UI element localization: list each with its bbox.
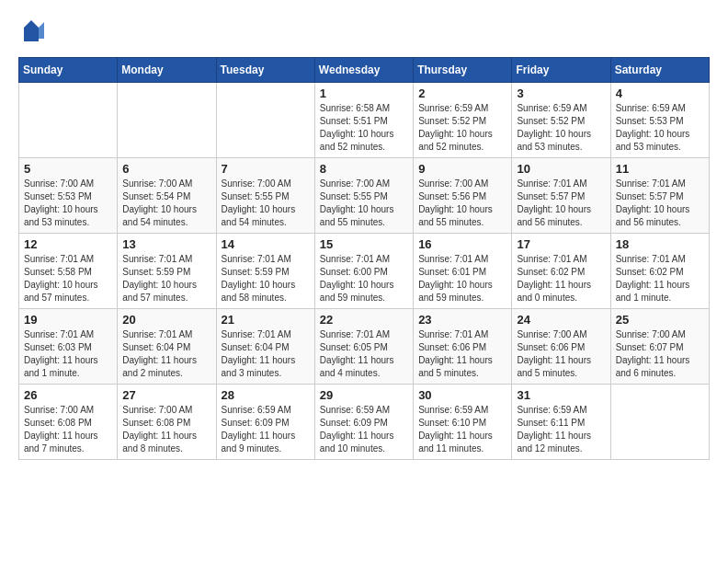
day-info: Sunrise: 7:01 AM Sunset: 5:57 PM Dayligh… [517, 178, 605, 229]
calendar-cell: 21Sunrise: 7:01 AM Sunset: 6:04 PM Dayli… [216, 309, 314, 385]
day-number: 23 [418, 313, 506, 327]
day-number: 12 [24, 237, 112, 251]
calendar-cell: 15Sunrise: 7:01 AM Sunset: 6:00 PM Dayli… [314, 234, 413, 309]
calendar-cell: 18Sunrise: 7:01 AM Sunset: 6:02 PM Dayli… [610, 234, 709, 309]
day-info: Sunrise: 7:01 AM Sunset: 5:58 PM Dayligh… [24, 253, 112, 304]
calendar-cell: 16Sunrise: 7:01 AM Sunset: 6:01 PM Dayli… [414, 234, 512, 309]
day-number: 27 [122, 388, 210, 402]
svg-marker-0 [24, 20, 39, 39]
day-number: 14 [222, 237, 310, 251]
day-info: Sunrise: 6:59 AM Sunset: 6:09 PM Dayligh… [222, 404, 310, 455]
header [18, 18, 710, 44]
calendar-cell: 4Sunrise: 6:59 AM Sunset: 5:53 PM Daylig… [610, 83, 709, 158]
weekday-header-thursday: Thursday [414, 58, 512, 83]
day-info: Sunrise: 6:59 AM Sunset: 5:52 PM Dayligh… [418, 102, 506, 154]
calendar-cell: 11Sunrise: 7:01 AM Sunset: 5:57 PM Dayli… [610, 158, 709, 234]
calendar-cell [216, 83, 314, 158]
calendar-week-row: 5Sunrise: 7:00 AM Sunset: 5:53 PM Daylig… [19, 158, 710, 234]
calendar-week-row: 12Sunrise: 7:01 AM Sunset: 5:58 PM Dayli… [19, 234, 710, 309]
day-number: 11 [616, 162, 704, 176]
day-number: 26 [24, 388, 112, 402]
calendar-cell: 19Sunrise: 7:01 AM Sunset: 6:03 PM Dayli… [19, 309, 118, 385]
day-info: Sunrise: 7:01 AM Sunset: 6:03 PM Dayligh… [24, 328, 112, 380]
day-number: 7 [222, 162, 310, 176]
day-number: 10 [517, 162, 605, 176]
calendar-cell: 28Sunrise: 6:59 AM Sunset: 6:09 PM Dayli… [216, 385, 314, 460]
day-number: 22 [320, 313, 408, 327]
day-number: 2 [418, 86, 506, 100]
day-number: 6 [122, 162, 210, 176]
calendar-cell: 5Sunrise: 7:00 AM Sunset: 5:53 PM Daylig… [19, 158, 118, 234]
logo-icon [18, 18, 44, 44]
day-number: 28 [222, 388, 310, 402]
day-info: Sunrise: 7:00 AM Sunset: 5:53 PM Dayligh… [24, 178, 112, 229]
calendar-cell: 13Sunrise: 7:01 AM Sunset: 5:59 PM Dayli… [118, 234, 216, 309]
calendar-cell [610, 385, 709, 460]
day-info: Sunrise: 7:01 AM Sunset: 6:01 PM Dayligh… [418, 253, 506, 304]
day-info: Sunrise: 7:01 AM Sunset: 6:02 PM Dayligh… [616, 253, 704, 304]
weekday-header-monday: Monday [118, 58, 216, 83]
calendar-page: SundayMondayTuesdayWednesdayThursdayFrid… [0, 0, 728, 469]
day-info: Sunrise: 7:00 AM Sunset: 6:06 PM Dayligh… [517, 328, 605, 380]
day-number: 5 [24, 162, 112, 176]
calendar-cell: 29Sunrise: 6:59 AM Sunset: 6:09 PM Dayli… [314, 385, 413, 460]
calendar-table: SundayMondayTuesdayWednesdayThursdayFrid… [18, 57, 710, 460]
day-number: 1 [320, 86, 408, 100]
day-number: 3 [517, 86, 605, 100]
calendar-cell: 2Sunrise: 6:59 AM Sunset: 5:52 PM Daylig… [414, 83, 512, 158]
calendar-week-row: 26Sunrise: 7:00 AM Sunset: 6:08 PM Dayli… [19, 385, 710, 460]
calendar-cell: 25Sunrise: 7:00 AM Sunset: 6:07 PM Dayli… [610, 309, 709, 385]
calendar-cell: 8Sunrise: 7:00 AM Sunset: 5:55 PM Daylig… [314, 158, 413, 234]
weekday-header-wednesday: Wednesday [314, 58, 413, 83]
svg-rect-2 [24, 39, 39, 41]
calendar-cell: 9Sunrise: 7:00 AM Sunset: 5:56 PM Daylig… [414, 158, 512, 234]
weekday-header-sunday: Sunday [19, 58, 118, 83]
day-info: Sunrise: 7:00 AM Sunset: 6:08 PM Dayligh… [24, 404, 112, 455]
calendar-cell: 22Sunrise: 7:01 AM Sunset: 6:05 PM Dayli… [314, 309, 413, 385]
day-info: Sunrise: 7:01 AM Sunset: 6:06 PM Dayligh… [418, 328, 506, 380]
calendar-cell: 6Sunrise: 7:00 AM Sunset: 5:54 PM Daylig… [118, 158, 216, 234]
day-info: Sunrise: 6:59 AM Sunset: 6:09 PM Dayligh… [320, 404, 408, 455]
day-info: Sunrise: 7:00 AM Sunset: 5:56 PM Dayligh… [418, 178, 506, 229]
weekday-header-saturday: Saturday [610, 58, 709, 83]
calendar-cell: 23Sunrise: 7:01 AM Sunset: 6:06 PM Dayli… [414, 309, 512, 385]
logo [18, 18, 48, 44]
day-info: Sunrise: 7:00 AM Sunset: 5:55 PM Dayligh… [320, 178, 408, 229]
calendar-cell: 10Sunrise: 7:01 AM Sunset: 5:57 PM Dayli… [512, 158, 610, 234]
day-number: 24 [517, 313, 605, 327]
calendar-cell: 14Sunrise: 7:01 AM Sunset: 5:59 PM Dayli… [216, 234, 314, 309]
day-info: Sunrise: 6:58 AM Sunset: 5:51 PM Dayligh… [320, 102, 408, 154]
day-info: Sunrise: 6:59 AM Sunset: 6:10 PM Dayligh… [418, 404, 506, 455]
calendar-cell: 27Sunrise: 7:00 AM Sunset: 6:08 PM Dayli… [118, 385, 216, 460]
day-number: 31 [517, 388, 605, 402]
svg-marker-1 [39, 22, 44, 39]
day-info: Sunrise: 7:01 AM Sunset: 6:02 PM Dayligh… [517, 253, 605, 304]
day-number: 19 [24, 313, 112, 327]
day-number: 29 [320, 388, 408, 402]
day-info: Sunrise: 7:00 AM Sunset: 6:07 PM Dayligh… [616, 328, 704, 380]
calendar-cell: 30Sunrise: 6:59 AM Sunset: 6:10 PM Dayli… [414, 385, 512, 460]
calendar-cell: 20Sunrise: 7:01 AM Sunset: 6:04 PM Dayli… [118, 309, 216, 385]
day-number: 30 [418, 388, 506, 402]
calendar-week-row: 1Sunrise: 6:58 AM Sunset: 5:51 PM Daylig… [19, 83, 710, 158]
calendar-cell: 26Sunrise: 7:00 AM Sunset: 6:08 PM Dayli… [19, 385, 118, 460]
calendar-cell: 3Sunrise: 6:59 AM Sunset: 5:52 PM Daylig… [512, 83, 610, 158]
day-number: 8 [320, 162, 408, 176]
day-info: Sunrise: 7:00 AM Sunset: 6:08 PM Dayligh… [122, 404, 210, 455]
day-info: Sunrise: 7:01 AM Sunset: 5:59 PM Dayligh… [222, 253, 310, 304]
day-info: Sunrise: 6:59 AM Sunset: 5:52 PM Dayligh… [517, 102, 605, 154]
calendar-cell: 7Sunrise: 7:00 AM Sunset: 5:55 PM Daylig… [216, 158, 314, 234]
day-info: Sunrise: 7:01 AM Sunset: 6:04 PM Dayligh… [222, 328, 310, 380]
day-number: 15 [320, 237, 408, 251]
day-info: Sunrise: 7:01 AM Sunset: 5:57 PM Dayligh… [616, 178, 704, 229]
day-number: 17 [517, 237, 605, 251]
calendar-cell: 1Sunrise: 6:58 AM Sunset: 5:51 PM Daylig… [314, 83, 413, 158]
day-number: 4 [616, 86, 704, 100]
day-number: 13 [122, 237, 210, 251]
weekday-header-friday: Friday [512, 58, 610, 83]
day-number: 25 [616, 313, 704, 327]
day-info: Sunrise: 6:59 AM Sunset: 5:53 PM Dayligh… [616, 102, 704, 154]
day-number: 20 [122, 313, 210, 327]
day-info: Sunrise: 7:01 AM Sunset: 6:04 PM Dayligh… [122, 328, 210, 380]
day-number: 16 [418, 237, 506, 251]
